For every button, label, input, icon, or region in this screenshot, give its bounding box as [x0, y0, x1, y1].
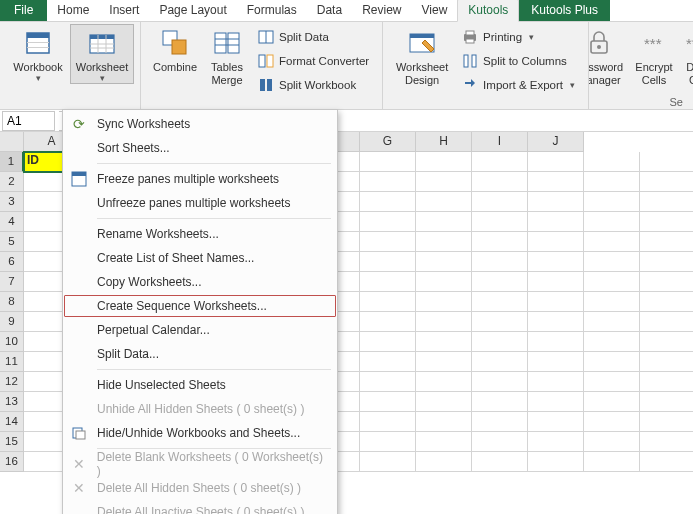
import-export-button[interactable]: Import & Export ▾: [455, 74, 582, 96]
cell[interactable]: [360, 352, 416, 372]
cell[interactable]: [528, 412, 584, 432]
cell[interactable]: [640, 312, 693, 332]
cell[interactable]: [584, 332, 640, 352]
cell[interactable]: [416, 372, 472, 392]
menu-freeze-panes[interactable]: Freeze panes multiple worksheets: [63, 167, 337, 191]
row-header[interactable]: 1: [0, 152, 24, 172]
menu-copy-worksheets[interactable]: Copy Worksheets...: [63, 270, 337, 294]
cell[interactable]: [640, 332, 693, 352]
cell[interactable]: [584, 412, 640, 432]
cell[interactable]: [472, 332, 528, 352]
cell[interactable]: [584, 152, 640, 172]
tab-data[interactable]: Data: [307, 0, 352, 21]
cell[interactable]: [472, 152, 528, 172]
cell[interactable]: [360, 272, 416, 292]
cell[interactable]: [360, 332, 416, 352]
worksheet-button[interactable]: Worksheet ▾: [70, 24, 134, 84]
cell[interactable]: [584, 352, 640, 372]
cell[interactable]: [584, 252, 640, 272]
cell[interactable]: [528, 332, 584, 352]
row-header[interactable]: 3: [0, 192, 24, 212]
cell[interactable]: [472, 412, 528, 432]
row-header[interactable]: 11: [0, 352, 24, 372]
menu-unfreeze-panes[interactable]: Unfreeze panes multiple worksheets: [63, 191, 337, 215]
select-all-corner[interactable]: [0, 132, 24, 152]
tab-kutools[interactable]: Kutools: [457, 0, 519, 22]
cell[interactable]: [360, 432, 416, 452]
tab-page-layout[interactable]: Page Layout: [149, 0, 236, 21]
cell[interactable]: [472, 212, 528, 232]
menu-rename-worksheets[interactable]: Rename Worksheets...: [63, 222, 337, 246]
decrypt-cells-button[interactable]: ** Dec Ce: [679, 24, 693, 88]
row-header[interactable]: 7: [0, 272, 24, 292]
row-header[interactable]: 13: [0, 392, 24, 412]
workbook-button[interactable]: Workbook ▾: [6, 24, 70, 84]
cell[interactable]: [472, 392, 528, 412]
cell[interactable]: [472, 292, 528, 312]
cell[interactable]: [472, 432, 528, 452]
cell[interactable]: [640, 192, 693, 212]
cell[interactable]: [528, 212, 584, 232]
cell[interactable]: [528, 432, 584, 452]
menu-hide-unselected[interactable]: Hide Unselected Sheets: [63, 373, 337, 397]
tab-formulas[interactable]: Formulas: [237, 0, 307, 21]
cell[interactable]: [640, 152, 693, 172]
cell[interactable]: [416, 312, 472, 332]
row-header[interactable]: 16: [0, 452, 24, 472]
name-box[interactable]: [2, 111, 55, 131]
cell[interactable]: [360, 372, 416, 392]
cell[interactable]: [640, 392, 693, 412]
cell[interactable]: [640, 372, 693, 392]
cell[interactable]: [360, 392, 416, 412]
cell[interactable]: [528, 312, 584, 332]
cell[interactable]: [472, 352, 528, 372]
cell[interactable]: [640, 172, 693, 192]
cell[interactable]: [416, 152, 472, 172]
split-workbook-button[interactable]: Split Workbook: [251, 74, 376, 96]
cell[interactable]: [472, 252, 528, 272]
row-header[interactable]: 5: [0, 232, 24, 252]
col-header[interactable]: I: [472, 132, 528, 152]
cell[interactable]: [416, 352, 472, 372]
cell[interactable]: [360, 312, 416, 332]
cell[interactable]: [472, 372, 528, 392]
tab-home[interactable]: Home: [47, 0, 99, 21]
cell[interactable]: [640, 452, 693, 472]
menu-perpetual-calendar[interactable]: Perpetual Calendar...: [63, 318, 337, 342]
encrypt-cells-button[interactable]: *** Encrypt Cells: [629, 24, 679, 88]
cell[interactable]: [360, 152, 416, 172]
cell[interactable]: [584, 452, 640, 472]
cell[interactable]: [640, 212, 693, 232]
cell[interactable]: [416, 192, 472, 212]
menu-create-sequence-worksheets[interactable]: Create Sequence Worksheets...: [63, 294, 337, 318]
cell[interactable]: [416, 332, 472, 352]
tab-view[interactable]: View: [412, 0, 458, 21]
row-header[interactable]: 10: [0, 332, 24, 352]
tab-review[interactable]: Review: [352, 0, 411, 21]
cell[interactable]: [640, 352, 693, 372]
cell[interactable]: [640, 292, 693, 312]
cell[interactable]: [528, 232, 584, 252]
cell[interactable]: [640, 272, 693, 292]
cell[interactable]: [416, 232, 472, 252]
cell[interactable]: [360, 412, 416, 432]
row-header[interactable]: 15: [0, 432, 24, 452]
row-header[interactable]: 12: [0, 372, 24, 392]
cell[interactable]: [360, 452, 416, 472]
cell[interactable]: [416, 212, 472, 232]
tab-file[interactable]: File: [0, 0, 47, 21]
row-header[interactable]: 2: [0, 172, 24, 192]
cell[interactable]: [584, 312, 640, 332]
cell[interactable]: [360, 292, 416, 312]
cell[interactable]: [472, 192, 528, 212]
cell[interactable]: [584, 192, 640, 212]
cell[interactable]: [528, 452, 584, 472]
cell[interactable]: [416, 272, 472, 292]
cell[interactable]: [528, 292, 584, 312]
cell[interactable]: [360, 192, 416, 212]
tab-insert[interactable]: Insert: [99, 0, 149, 21]
cell[interactable]: [472, 172, 528, 192]
cell[interactable]: [584, 212, 640, 232]
cell[interactable]: [360, 252, 416, 272]
cell[interactable]: [528, 152, 584, 172]
